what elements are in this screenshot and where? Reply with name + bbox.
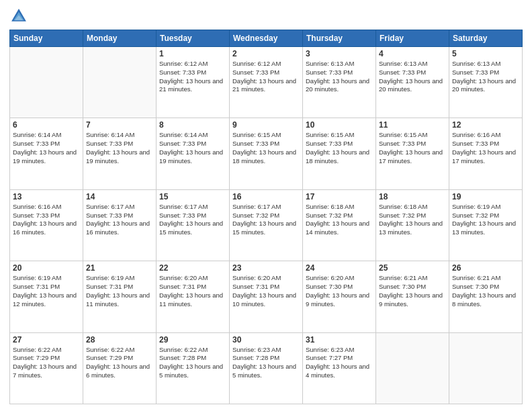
day-info: Sunrise: 6:15 AM Sunset: 7:33 PM Dayligh…: [379, 131, 446, 165]
day-info: Sunrise: 6:22 AM Sunset: 7:28 PM Dayligh…: [159, 346, 226, 380]
table-row: 30Sunrise: 6:23 AM Sunset: 7:28 PM Dayli…: [230, 332, 303, 404]
table-row: 13Sunrise: 6:16 AM Sunset: 7:33 PM Dayli…: [10, 189, 83, 261]
table-row: 18Sunrise: 6:18 AM Sunset: 7:32 PM Dayli…: [376, 189, 449, 261]
day-number: 23: [232, 263, 300, 273]
table-row: 28Sunrise: 6:22 AM Sunset: 7:29 PM Dayli…: [83, 332, 157, 404]
col-wednesday: Wednesday: [230, 30, 303, 47]
day-number: 30: [232, 335, 300, 345]
calendar-week-row: 6Sunrise: 6:14 AM Sunset: 7:33 PM Daylig…: [10, 118, 523, 189]
day-info: Sunrise: 6:12 AM Sunset: 7:33 PM Dayligh…: [159, 60, 226, 94]
day-number: 27: [13, 335, 80, 345]
day-number: 7: [86, 120, 153, 130]
day-info: Sunrise: 6:16 AM Sunset: 7:33 PM Dayligh…: [13, 203, 80, 237]
day-info: Sunrise: 6:18 AM Sunset: 7:32 PM Dayligh…: [379, 203, 446, 237]
day-info: Sunrise: 6:17 AM Sunset: 7:33 PM Dayligh…: [159, 203, 226, 237]
table-row: 24Sunrise: 6:20 AM Sunset: 7:30 PM Dayli…: [303, 261, 376, 332]
day-info: Sunrise: 6:13 AM Sunset: 7:33 PM Dayligh…: [306, 60, 373, 94]
day-info: Sunrise: 6:14 AM Sunset: 7:33 PM Dayligh…: [86, 131, 153, 165]
day-number: 28: [86, 335, 153, 345]
table-row: 20Sunrise: 6:19 AM Sunset: 7:31 PM Dayli…: [10, 261, 83, 332]
calendar-header-row: Sunday Monday Tuesday Wednesday Thursday…: [10, 30, 523, 47]
day-number: 17: [306, 192, 373, 201]
table-row: 21Sunrise: 6:19 AM Sunset: 7:31 PM Dayli…: [83, 261, 157, 332]
day-info: Sunrise: 6:12 AM Sunset: 7:33 PM Dayligh…: [232, 60, 300, 94]
table-row: 26Sunrise: 6:21 AM Sunset: 7:30 PM Dayli…: [449, 261, 523, 332]
page: Sunday Monday Tuesday Wednesday Thursday…: [0, 0, 532, 411]
table-row: 11Sunrise: 6:15 AM Sunset: 7:33 PM Dayli…: [376, 118, 449, 189]
table-row: [376, 332, 449, 404]
col-monday: Monday: [83, 30, 157, 47]
day-info: Sunrise: 6:13 AM Sunset: 7:33 PM Dayligh…: [379, 60, 446, 94]
day-info: Sunrise: 6:22 AM Sunset: 7:29 PM Dayligh…: [86, 346, 153, 380]
table-row: 4Sunrise: 6:13 AM Sunset: 7:33 PM Daylig…: [376, 47, 449, 118]
day-number: 26: [452, 263, 519, 273]
col-tuesday: Tuesday: [157, 30, 230, 47]
day-number: 2: [232, 49, 300, 58]
table-row: 19Sunrise: 6:19 AM Sunset: 7:32 PM Dayli…: [449, 189, 523, 261]
table-row: 17Sunrise: 6:18 AM Sunset: 7:32 PM Dayli…: [303, 189, 376, 261]
table-row: 5Sunrise: 6:13 AM Sunset: 7:33 PM Daylig…: [449, 47, 523, 118]
day-info: Sunrise: 6:14 AM Sunset: 7:33 PM Dayligh…: [13, 131, 80, 165]
calendar-week-row: 13Sunrise: 6:16 AM Sunset: 7:33 PM Dayli…: [10, 189, 523, 261]
day-info: Sunrise: 6:23 AM Sunset: 7:28 PM Dayligh…: [232, 346, 300, 380]
col-sunday: Sunday: [10, 30, 83, 47]
calendar-week-row: 1Sunrise: 6:12 AM Sunset: 7:33 PM Daylig…: [10, 47, 523, 118]
day-number: 6: [13, 120, 80, 130]
table-row: [83, 47, 157, 118]
table-row: [449, 332, 523, 404]
day-info: Sunrise: 6:23 AM Sunset: 7:27 PM Dayligh…: [306, 346, 373, 380]
day-number: 16: [232, 192, 300, 201]
day-number: 5: [452, 49, 519, 58]
calendar-table: Sunday Monday Tuesday Wednesday Thursday…: [9, 30, 523, 404]
day-number: 10: [306, 120, 373, 130]
day-info: Sunrise: 6:20 AM Sunset: 7:30 PM Dayligh…: [306, 274, 373, 308]
day-number: 4: [379, 49, 446, 58]
table-row: 3Sunrise: 6:13 AM Sunset: 7:33 PM Daylig…: [303, 47, 376, 118]
day-info: Sunrise: 6:17 AM Sunset: 7:33 PM Dayligh…: [86, 203, 153, 237]
day-info: Sunrise: 6:18 AM Sunset: 7:32 PM Dayligh…: [306, 203, 373, 237]
table-row: 22Sunrise: 6:20 AM Sunset: 7:31 PM Dayli…: [157, 261, 230, 332]
table-row: [10, 47, 83, 118]
day-number: 8: [159, 120, 226, 130]
day-number: 13: [13, 192, 80, 201]
day-info: Sunrise: 6:20 AM Sunset: 7:31 PM Dayligh…: [232, 274, 300, 308]
day-number: 29: [159, 335, 226, 345]
day-number: 3: [306, 49, 373, 58]
table-row: 8Sunrise: 6:14 AM Sunset: 7:33 PM Daylig…: [157, 118, 230, 189]
table-row: 15Sunrise: 6:17 AM Sunset: 7:33 PM Dayli…: [157, 189, 230, 261]
day-number: 14: [86, 192, 153, 201]
day-info: Sunrise: 6:21 AM Sunset: 7:30 PM Dayligh…: [452, 274, 519, 308]
day-number: 15: [159, 192, 226, 201]
table-row: 29Sunrise: 6:22 AM Sunset: 7:28 PM Dayli…: [157, 332, 230, 404]
table-row: 7Sunrise: 6:14 AM Sunset: 7:33 PM Daylig…: [83, 118, 157, 189]
day-info: Sunrise: 6:19 AM Sunset: 7:31 PM Dayligh…: [13, 274, 80, 308]
day-number: 1: [159, 49, 226, 58]
table-row: 2Sunrise: 6:12 AM Sunset: 7:33 PM Daylig…: [230, 47, 303, 118]
col-saturday: Saturday: [449, 30, 523, 47]
table-row: 1Sunrise: 6:12 AM Sunset: 7:33 PM Daylig…: [157, 47, 230, 118]
day-number: 9: [232, 120, 300, 130]
table-row: 31Sunrise: 6:23 AM Sunset: 7:27 PM Dayli…: [303, 332, 376, 404]
day-info: Sunrise: 6:20 AM Sunset: 7:31 PM Dayligh…: [159, 274, 226, 308]
day-info: Sunrise: 6:19 AM Sunset: 7:32 PM Dayligh…: [452, 203, 519, 237]
day-number: 19: [452, 192, 519, 201]
day-number: 18: [379, 192, 446, 201]
table-row: 14Sunrise: 6:17 AM Sunset: 7:33 PM Dayli…: [83, 189, 157, 261]
day-info: Sunrise: 6:13 AM Sunset: 7:33 PM Dayligh…: [452, 60, 519, 94]
calendar-week-row: 27Sunrise: 6:22 AM Sunset: 7:29 PM Dayli…: [10, 332, 523, 404]
header: [9, 7, 523, 26]
table-row: 12Sunrise: 6:16 AM Sunset: 7:33 PM Dayli…: [449, 118, 523, 189]
calendar-week-row: 20Sunrise: 6:19 AM Sunset: 7:31 PM Dayli…: [10, 261, 523, 332]
day-number: 24: [306, 263, 373, 273]
table-row: 9Sunrise: 6:15 AM Sunset: 7:33 PM Daylig…: [230, 118, 303, 189]
day-info: Sunrise: 6:16 AM Sunset: 7:33 PM Dayligh…: [452, 131, 519, 165]
day-number: 22: [159, 263, 226, 273]
table-row: 25Sunrise: 6:21 AM Sunset: 7:30 PM Dayli…: [376, 261, 449, 332]
day-number: 25: [379, 263, 446, 273]
day-number: 12: [452, 120, 519, 130]
day-info: Sunrise: 6:19 AM Sunset: 7:31 PM Dayligh…: [86, 274, 153, 308]
col-thursday: Thursday: [303, 30, 376, 47]
logo-icon: [9, 7, 28, 26]
day-info: Sunrise: 6:17 AM Sunset: 7:32 PM Dayligh…: [232, 203, 300, 237]
table-row: 16Sunrise: 6:17 AM Sunset: 7:32 PM Dayli…: [230, 189, 303, 261]
